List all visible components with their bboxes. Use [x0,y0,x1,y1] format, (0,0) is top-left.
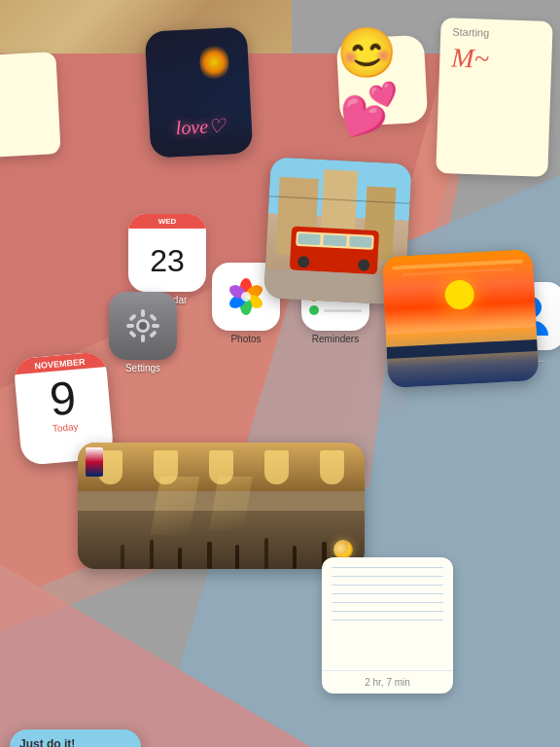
settings-app-icon[interactable]: Settings [109,292,177,374]
starting-note-content: M~ [451,42,541,76]
reminder-line-3 [309,305,362,315]
note-footer-text: 2 hr, 7 min [322,670,453,694]
settings-icon-label: Settings [125,363,160,374]
calendar-icon-header: WED [128,214,206,229]
note-line [332,567,443,568]
note-line [332,593,443,594]
settings-icon-body [109,292,177,360]
calendar-icon-body: WED 23 [128,214,206,292]
calendar-large-body: 9 Today [15,367,113,442]
photos-pinwheel [225,275,267,318]
note-line [332,576,443,577]
svg-rect-18 [126,324,134,328]
svg-rect-21 [149,313,157,321]
svg-point-15 [139,322,147,330]
note-line [332,611,443,612]
note-widget: 2 hr, 7 min [322,557,453,694]
note-line [332,602,443,603]
love-photo-widget: love♡ [145,26,254,158]
note-line [332,620,443,621]
gear-icon [123,306,162,345]
just-do-it-widget: Just do it! [10,729,141,747]
note-line [332,585,443,586]
svg-rect-20 [128,313,136,321]
calendar-icon-body-inner: 23 [128,229,206,292]
svg-rect-23 [149,330,157,338]
left-sticky-note: t [0,52,61,158]
station-photo-widget: 🌙 [78,443,365,569]
photos-icon-label: Photos [230,334,261,344]
starting-note-title: Starting [452,25,541,40]
starting-note-widget: Starting M~ [436,18,553,177]
emoji-widget: 😊💕 [336,35,429,127]
svg-rect-17 [141,335,145,342]
sunset-photo-widget [382,249,540,388]
svg-rect-22 [128,330,136,338]
svg-rect-16 [141,309,145,317]
left-sticky-text: t [0,62,47,75]
just-do-it-text: Just do it! [19,737,75,747]
emoji-display: 😊💕 [335,22,429,140]
reminders-icon-label: Reminders [312,334,359,344]
svg-point-13 [241,292,251,302]
note-lines [322,557,453,670]
svg-rect-19 [152,324,159,328]
